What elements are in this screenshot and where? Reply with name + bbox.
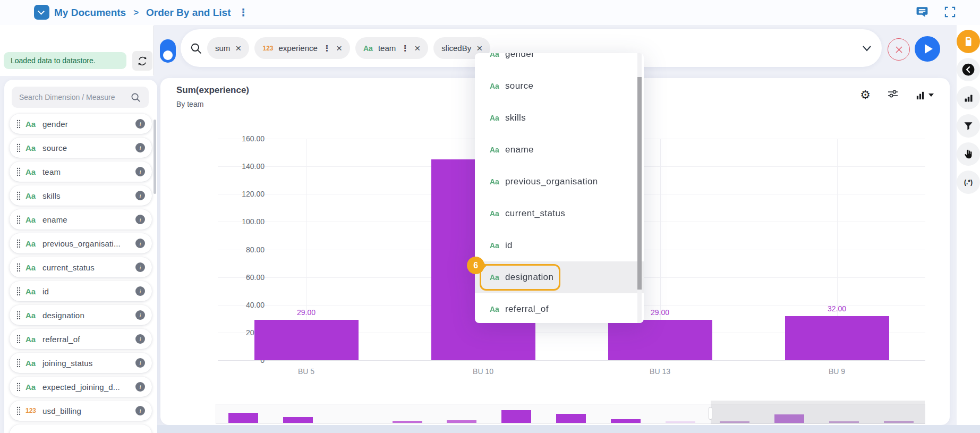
field-row[interactable]: Aareferral_ofi (10, 329, 152, 349)
field-row[interactable]: Aaskillsi (10, 185, 152, 206)
chart-panel-button[interactable] (957, 86, 980, 109)
field-name: usd_billing (42, 406, 135, 415)
dropdown-item-label: previous_organisation (505, 176, 598, 187)
info-icon[interactable]: i (135, 191, 145, 200)
field-type-icon: Aa (490, 305, 499, 313)
drag-handle-icon[interactable] (16, 406, 21, 415)
field-row[interactable]: Aacurrent_statusi (10, 257, 152, 277)
info-icon[interactable]: i (135, 167, 145, 176)
dropdown-item[interactable]: Aareferral_of (475, 293, 644, 323)
chip-remove-icon[interactable]: × (414, 43, 420, 53)
breadcrumb: My Documents > Order By and List ⋮ (54, 0, 249, 25)
query-mode-toggle[interactable] (160, 39, 176, 63)
fields-panel: AagenderiAasourceiAateamiAaskillsiAaenam… (4, 80, 157, 433)
info-icon[interactable]: i (135, 262, 145, 272)
pointer-tool-button[interactable] (957, 142, 980, 166)
field-row[interactable]: Aateami (10, 162, 152, 182)
info-icon[interactable]: i (135, 334, 145, 344)
dropdown-item[interactable]: Aaename (475, 134, 644, 166)
chart-bar[interactable] (254, 320, 359, 360)
info-icon[interactable]: i (135, 310, 145, 320)
chip-menu-icon[interactable]: ⋮ (401, 44, 409, 53)
dropdown-item[interactable]: Aaid (475, 230, 644, 261)
field-row[interactable]: Aajoining_statusi (10, 353, 152, 373)
gear-icon[interactable]: ⚙ (860, 89, 871, 101)
horizontal-scrollbar[interactable] (157, 425, 980, 433)
chevron-down-icon[interactable] (860, 42, 873, 57)
clear-query-button[interactable] (888, 38, 910, 61)
field-row[interactable]: 123usd_billingi (10, 401, 152, 421)
folder-icon[interactable] (34, 5, 49, 20)
info-icon[interactable]: i (135, 382, 145, 392)
dropdown-item[interactable]: Aagender (475, 53, 644, 70)
chip-menu-icon[interactable]: ⋮ (323, 44, 331, 53)
filter-button[interactable] (957, 114, 980, 138)
mini-bar (283, 417, 313, 423)
chip-remove-icon[interactable]: × (235, 43, 241, 53)
mini-bar (666, 421, 695, 423)
minimap-overlay[interactable] (711, 401, 925, 424)
drag-handle-icon[interactable] (16, 359, 21, 367)
field-name: joining_status (42, 359, 135, 368)
drag-handle-icon[interactable] (16, 191, 21, 200)
info-icon[interactable]: i (135, 358, 145, 368)
chart-bar[interactable] (608, 320, 712, 360)
drag-handle-icon[interactable] (16, 335, 21, 343)
minimap-handle[interactable] (709, 407, 712, 420)
drag-handle-icon[interactable] (16, 215, 21, 224)
info-icon[interactable]: i (135, 143, 145, 152)
run-query-button[interactable] (915, 36, 940, 62)
kebab-menu-icon[interactable]: ⋮ (238, 7, 249, 18)
field-name: id (42, 287, 135, 296)
query-chip[interactable]: Aateam⋮× (355, 37, 428, 59)
fullscreen-icon[interactable] (944, 6, 956, 20)
drag-handle-icon[interactable] (16, 120, 21, 128)
x-category-label: BU 5 (298, 367, 314, 376)
drag-handle-icon[interactable] (16, 383, 21, 391)
bar-chart-icon (963, 92, 974, 104)
chart-bar[interactable] (785, 316, 889, 360)
dropdown-item[interactable]: Aacurrent_status (475, 198, 644, 230)
chip-remove-icon[interactable]: × (336, 43, 342, 53)
regex-icon: (.*) (964, 179, 973, 186)
info-icon[interactable]: i (135, 286, 145, 296)
refresh-button[interactable] (132, 51, 152, 71)
sliders-icon[interactable] (887, 88, 899, 103)
query-chip[interactable]: sum× (207, 37, 249, 59)
breadcrumb-root[interactable]: My Documents (54, 7, 126, 19)
info-icon[interactable]: i (135, 406, 145, 415)
field-name: gender (42, 120, 135, 129)
chart-type-selector[interactable] (915, 90, 934, 100)
drag-handle-icon[interactable] (16, 263, 21, 271)
breadcrumb-current[interactable]: Order By and List (146, 7, 231, 19)
sidebar-scrollbar[interactable] (154, 120, 156, 194)
field-row[interactable]: Aaidi (10, 281, 152, 301)
info-icon[interactable]: i (135, 215, 145, 224)
drag-handle-icon[interactable] (16, 239, 21, 248)
chip-remove-icon[interactable]: × (476, 43, 482, 53)
field-row[interactable]: Aadesignationi (10, 305, 152, 325)
dropdown-item[interactable]: Aaprevious_organisation (475, 166, 644, 198)
drag-handle-icon[interactable] (16, 287, 21, 295)
query-chip[interactable]: 123experience⋮× (254, 37, 350, 59)
datastore-card-button[interactable] (957, 30, 980, 53)
info-icon[interactable]: i (135, 119, 145, 129)
regex-tool-button[interactable]: (.*) (957, 171, 980, 194)
dropdown-item[interactable]: Aaskills (475, 102, 644, 134)
dropdown-item[interactable]: Aasource (475, 70, 644, 102)
info-icon[interactable]: i (135, 239, 145, 248)
field-row[interactable]: Aagenderi (10, 114, 152, 134)
drag-handle-icon[interactable] (16, 143, 21, 152)
y-tick-label: 160.00 (222, 134, 265, 143)
back-button[interactable] (957, 58, 980, 81)
drag-handle-icon[interactable] (16, 167, 21, 176)
minimap-brush[interactable] (216, 404, 925, 424)
field-row[interactable]: Aaenamei (10, 209, 152, 230)
field-row[interactable]: Aaexpected_joining_d...i (10, 377, 152, 397)
comment-icon[interactable] (915, 5, 929, 21)
dimension-search-input[interactable] (12, 87, 149, 108)
drag-handle-icon[interactable] (16, 311, 21, 319)
field-row[interactable]: Aaprevious_organisati...i (10, 233, 152, 253)
field-row[interactable]: Aasourcei (10, 138, 152, 158)
dropdown-scrollbar-thumb[interactable] (637, 77, 642, 290)
